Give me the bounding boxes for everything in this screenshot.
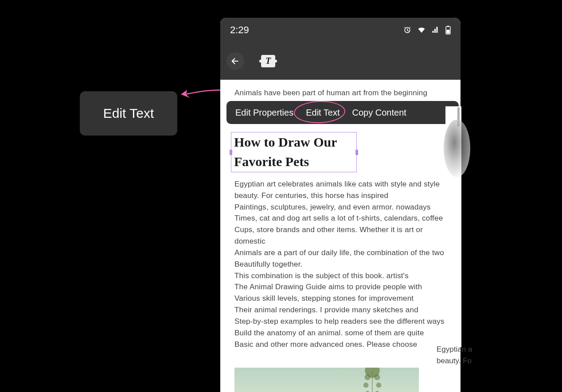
svg-point-7: [363, 383, 368, 388]
svg-point-5: [365, 375, 371, 380]
selected-title-frame[interactable]: How to Draw Our Favorite Pets: [231, 132, 357, 172]
body-line: beauty. For centuries, this horse has in…: [234, 190, 454, 202]
back-icon: [230, 56, 240, 66]
body-line: Cups, store brands and other items. Whet…: [234, 224, 454, 247]
page2-image-fragment: [444, 120, 470, 177]
battery-icon: [445, 26, 451, 35]
intro-text: Animals have been part of human art from…: [231, 89, 454, 97]
body-line: Times, cat and dog art sells a lot of t-…: [234, 213, 454, 224]
menu-copy-content[interactable]: Copy Content: [352, 108, 406, 118]
wifi-icon: [417, 26, 426, 34]
svg-rect-2: [447, 30, 450, 34]
signal-icon: [431, 26, 440, 34]
status-bar: 2:29: [220, 18, 461, 42]
body-line: Beautifully together.: [234, 259, 454, 270]
body-text: Egyptian art celebrates animals like cat…: [231, 179, 454, 350]
app-bar: T: [220, 42, 461, 80]
menu-edit-properties[interactable]: Edit Properties: [235, 108, 293, 118]
callout-label: Edit Text: [103, 106, 154, 121]
document-title[interactable]: How to Draw Our Favorite Pets: [234, 132, 354, 171]
document-canvas[interactable]: Animals have been part of human art from…: [220, 80, 461, 392]
svg-point-8: [376, 383, 381, 388]
body-line: Egyptian art celebrates animals like cat…: [234, 179, 454, 190]
selection-handle-left[interactable]: [230, 150, 232, 155]
edit-text-callout: Edit Text: [80, 91, 177, 136]
body-line: Various skill levels, stepping stones fo…: [234, 293, 454, 304]
body-line: Step-by-step examples to help readers se…: [234, 316, 454, 327]
page2-text-fragment: Egyptian a beauty. Fo: [437, 344, 525, 367]
back-button[interactable]: [226, 52, 244, 70]
body-line: Paintings, sculptures, jewelry, and even…: [234, 202, 454, 213]
phone-frame: 2:29 T Animals have been part of human a…: [220, 18, 461, 392]
next-page-sliver[interactable]: Egyptian a beauty. Fo: [445, 106, 461, 347]
body-line: The Animal Drawing Guide aims to provide…: [234, 281, 454, 293]
body-line: Build the anatomy of an animal. some of …: [234, 327, 454, 339]
menu-edit-text[interactable]: Edit Text: [306, 108, 340, 118]
plant-sprig: [352, 368, 392, 392]
document-image: [234, 368, 419, 392]
body-line: This combination is the subject of this …: [234, 270, 454, 282]
body-line: Animals are a part of our daily life, th…: [234, 247, 454, 259]
svg-point-6: [375, 375, 380, 380]
status-icons: [403, 26, 451, 35]
selection-handle-right[interactable]: [355, 150, 358, 155]
body-line: Their animal renderings. I provide many …: [234, 304, 454, 316]
status-time: 2:29: [230, 24, 249, 36]
context-menu: Edit Properties Edit Text Copy Content: [226, 101, 459, 124]
svg-rect-1: [447, 26, 449, 27]
body-line: Basic and other more advanced ones. Plea…: [234, 339, 454, 350]
alarm-icon: [403, 26, 412, 35]
text-tool-icon[interactable]: T: [261, 55, 275, 67]
